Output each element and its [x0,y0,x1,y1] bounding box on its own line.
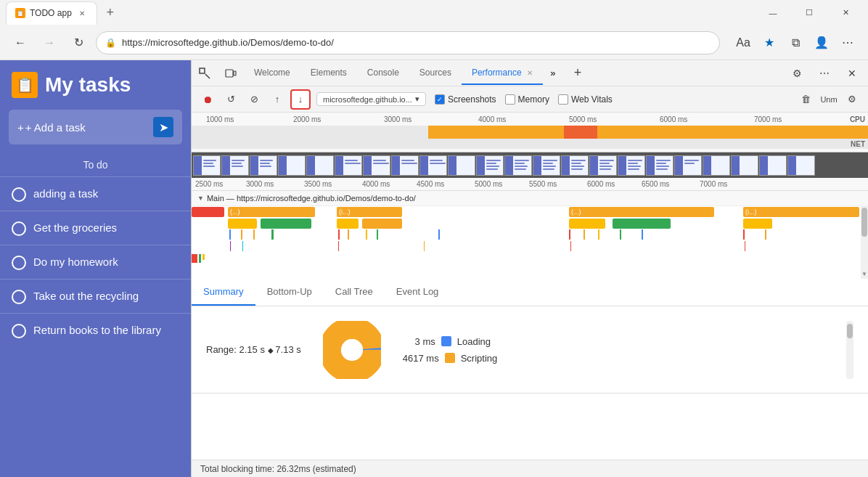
task-checkbox-4[interactable] [12,290,26,304]
device-emulation-icon[interactable] [219,62,242,85]
new-tab-button[interactable]: + [100,3,120,23]
todo-item-5[interactable]: Return books to the library [0,313,191,347]
task-marker [338,241,339,251]
collapse-icon[interactable]: ▼ [197,195,204,202]
tab-sources[interactable]: Sources [409,62,462,85]
clear-button[interactable]: ⊘ [244,89,264,110]
todo-item-4[interactable]: Take out the recycling [0,279,191,313]
flame-row-5 [192,253,868,264]
favorites-icon[interactable]: ★ [758,31,781,54]
todo-item-1[interactable]: adding a task [0,176,191,211]
task-marker-yellow [202,254,205,260]
screenshot-thumb [391,155,419,176]
performance-tab-close-icon[interactable]: ✕ [527,69,533,77]
task-marker-green [199,254,201,263]
back-button[interactable]: ← [9,31,32,54]
task-checkbox-1[interactable] [12,187,26,202]
url-box[interactable]: 🔒 https://microsoftedge.github.io/Demos/… [96,31,720,54]
screenshot-thumb [703,155,730,176]
overview-area[interactable]: 1000 ms 2000 ms 3000 ms 4000 ms 5000 ms … [192,113,868,152]
unm-button[interactable]: Unm [819,89,839,110]
time-marker-1000: 1000 ms [206,115,234,123]
legend-scripting: 4617 ms Scripting [403,353,497,364]
inspect-element-icon[interactable] [193,62,216,85]
time-marker-5500: 5500 ms [529,180,557,188]
task-checkbox-2[interactable] [12,221,26,236]
legend-loading: 3 ms Loading [403,336,497,347]
perf-settings-icon[interactable]: ⚙ [842,89,862,110]
devtools-customize-icon[interactable]: ⋯ [813,62,836,85]
task-marker [570,241,571,251]
devtools-right-controls: ⚙ ⋯ ✕ [784,62,868,85]
add-tab-button[interactable]: + [566,62,589,85]
cpu-bar-idle [192,126,428,139]
tab-welcome[interactable]: Welcome [244,62,300,85]
todo-item-3[interactable]: Do my homework [0,245,191,279]
cpu-label: CPU [850,115,865,123]
flame-row-2 [192,218,868,229]
settings-icon[interactable]: ⋯ [836,31,859,54]
maximize-button[interactable]: ☐ [793,1,826,25]
summary-scrollbar[interactable] [846,321,853,379]
profile-icon[interactable]: 👤 [810,31,833,54]
time-marker-6000: 6000 ms [660,115,687,123]
flamechart-scrollbar-thumb[interactable] [861,208,867,237]
bottom-up-tab[interactable]: Bottom-Up [255,279,324,306]
task-checkbox-3[interactable] [12,256,26,270]
window-controls: — ☐ ✕ [756,1,862,25]
task-marker [242,241,243,251]
todo-item-2[interactable]: Get the groceries [0,211,191,245]
url-filter-dropdown[interactable]: microsoftedge.github.io... ▾ [316,92,426,106]
screenshot-thumb [533,155,560,176]
browser-tab-todo[interactable]: 📋 TODO app ✕ [6,1,97,25]
refresh-button[interactable]: ↻ [67,31,90,54]
record-button[interactable]: ⏺ [197,89,218,110]
minimize-button[interactable]: — [756,1,790,25]
range-info: Range: 2.15 s ◆ 7.13 s [206,344,301,355]
screenshot-thumb [787,155,815,176]
screenshots-checkbox[interactable]: ✓ Screenshots [435,94,496,105]
address-bar: ← → ↻ 🔒 https://microsoftedge.github.io/… [0,25,868,60]
main-content: 📋 My tasks + + Add a task ➤ To do adding… [0,60,868,477]
devtools-settings-icon[interactable]: ⚙ [785,62,808,85]
reload-record-button[interactable]: ↺ [221,89,241,110]
web-vitals-checkbox[interactable]: Web Vitals [558,94,613,105]
tab-elements[interactable]: Elements [300,62,357,85]
more-tabs-button[interactable]: » [543,63,563,83]
delete-recording-button[interactable]: 🗑 [795,89,816,110]
time-marker-6000: 6000 ms [587,180,615,188]
task-marker [745,241,745,251]
flamechart-bars[interactable]: (...) (i...) (...) (i...) [192,206,868,279]
summary-scrollbar-thumb[interactable] [847,324,853,338]
flame-bar [192,207,224,217]
tab-console[interactable]: Console [357,62,409,85]
web-vitals-checkbox-icon [558,94,568,105]
add-task-button[interactable]: + + Add a task ➤ [9,110,182,144]
devtools-close-icon[interactable]: ✕ [840,62,864,85]
memory-checkbox[interactable]: Memory [505,94,549,105]
event-log-tab[interactable]: Event Log [385,279,451,306]
task-text-5: Return books to the library [33,322,161,338]
call-tree-tab[interactable]: Call Tree [324,279,385,306]
read-aloud-icon[interactable]: Aa [732,31,755,54]
scroll-down-icon[interactable]: ▼ [861,271,868,277]
devtools-panel: Welcome Elements Console Sources Perform… [191,60,868,477]
task-checkbox-5[interactable] [12,324,26,338]
screenshot-strip[interactable]: .sthumb { width:38px; height:28px; backg… [192,152,868,178]
time-marker-4000: 4000 ms [362,180,390,188]
timeline-container: 1000 ms 2000 ms 3000 ms 4000 ms 5000 ms … [192,113,868,460]
screenshot-thumb [504,155,532,176]
flame-bar: (...) [228,207,315,217]
todo-app-icon: 📋 [12,72,38,98]
tab-performance[interactable]: Performance ✕ [462,62,543,85]
download-button[interactable]: ↓ [290,89,311,110]
upload-button[interactable]: ↑ [267,89,287,110]
summary-tab[interactable]: Summary [192,279,255,306]
collections-icon[interactable]: ⧉ [784,31,807,54]
tab-close-button[interactable]: ✕ [76,7,88,19]
forward-button[interactable]: → [38,31,61,54]
close-button[interactable]: ✕ [829,1,862,25]
time-marker-3000: 3000 ms [384,115,412,123]
flamechart-scrollbar[interactable]: ▼ [861,206,868,279]
svg-rect-2 [234,71,236,76]
